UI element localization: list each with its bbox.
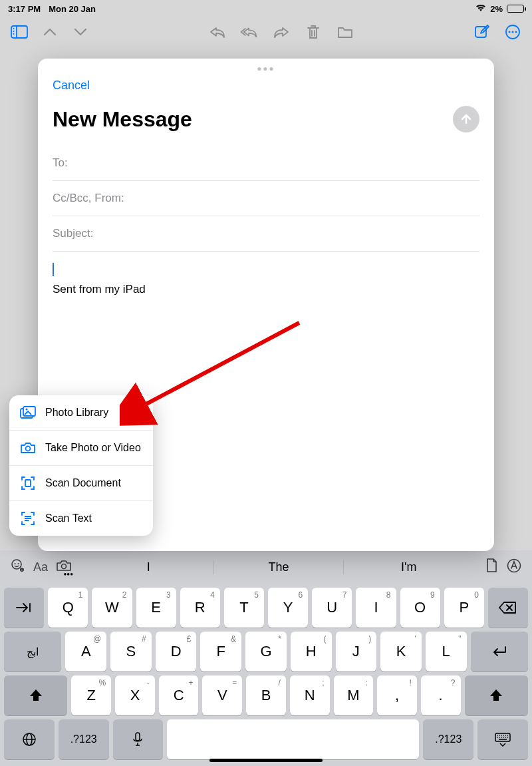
- photo-library-icon: [20, 405, 36, 421]
- popover-item-label: Scan Text: [45, 512, 92, 524]
- shift-key[interactable]: [4, 675, 67, 715]
- dictation-key[interactable]: [113, 719, 164, 759]
- svg-point-25: [62, 564, 66, 569]
- send-button[interactable]: [453, 106, 479, 132]
- compose-title: New Message: [53, 107, 192, 132]
- key-.[interactable]: ?.: [421, 675, 461, 715]
- key-t[interactable]: 5T: [224, 588, 264, 628]
- chevron-up-icon[interactable]: [41, 23, 59, 41]
- popover-scan-text[interactable]: Scan Text: [9, 500, 153, 536]
- space-key[interactable]: [167, 719, 419, 759]
- key-p[interactable]: 0P: [444, 588, 484, 628]
- key-c[interactable]: +C: [159, 675, 199, 715]
- key-k[interactable]: 'K: [380, 632, 422, 671]
- folder-icon[interactable]: [336, 23, 354, 41]
- reply-all-icon[interactable]: [241, 23, 258, 41]
- key-f[interactable]: &F: [200, 632, 241, 671]
- key-v[interactable]: =V: [202, 675, 242, 715]
- key-l[interactable]: "L: [426, 632, 467, 671]
- key-i[interactable]: 8I: [356, 588, 396, 628]
- key-n[interactable]: ;N: [290, 675, 330, 715]
- document-icon[interactable]: [485, 558, 497, 576]
- language-key-label: ابج: [27, 646, 39, 658]
- to-field[interactable]: To:: [53, 146, 479, 181]
- dismiss-keyboard-key[interactable]: [477, 719, 528, 759]
- battery-icon: [507, 5, 524, 13]
- status-date: Mon 20 Jan: [49, 4, 96, 14]
- return-key[interactable]: [471, 632, 528, 671]
- key-e[interactable]: 3E: [136, 588, 176, 628]
- key-q[interactable]: 1Q: [48, 588, 88, 628]
- markup-icon[interactable]: [507, 558, 521, 576]
- subject-field[interactable]: Subject:: [53, 216, 479, 252]
- reply-icon[interactable]: [209, 23, 226, 41]
- key-h[interactable]: (H: [291, 632, 332, 671]
- wifi-icon: [475, 4, 486, 14]
- symbols-key[interactable]: .?123: [59, 719, 109, 759]
- key-x[interactable]: -X: [115, 675, 155, 715]
- battery-pct: 2%: [490, 4, 503, 14]
- popover-photo-library[interactable]: Photo Library: [9, 395, 153, 430]
- key-w[interactable]: 2W: [92, 588, 132, 628]
- key-m[interactable]: :M: [334, 675, 374, 715]
- svg-point-13: [26, 409, 28, 411]
- svg-point-22: [18, 563, 19, 564]
- suggestion-word[interactable]: I: [84, 560, 213, 574]
- status-bar: 3:17 PM Mon 20 Jan 2%: [0, 0, 532, 17]
- popover-scan-document[interactable]: Scan Document: [9, 465, 153, 500]
- key-j[interactable]: )J: [336, 632, 377, 671]
- chevron-down-icon[interactable]: [72, 23, 89, 41]
- trash-icon[interactable]: [305, 23, 322, 41]
- svg-point-21: [15, 563, 16, 564]
- camera-attach-icon[interactable]: ●●●: [56, 559, 72, 575]
- key-g[interactable]: *G: [245, 632, 287, 671]
- svg-point-5: [13, 33, 15, 35]
- key-a[interactable]: @A: [65, 632, 106, 671]
- key-,[interactable]: !,: [377, 675, 417, 715]
- language-key[interactable]: ابج: [4, 632, 61, 671]
- suggestion-word[interactable]: The: [213, 560, 344, 574]
- to-label: To:: [53, 156, 68, 169]
- svg-point-4: [13, 31, 15, 32]
- tab-key[interactable]: [4, 588, 44, 628]
- popover-take-photo[interactable]: Take Photo or Video: [9, 430, 153, 465]
- popover-item-label: Photo Library: [45, 407, 108, 419]
- status-time: 3:17 PM: [8, 4, 41, 14]
- camera-icon: [20, 440, 36, 456]
- subject-label: Subject:: [53, 227, 93, 240]
- key-o[interactable]: 9O: [400, 588, 440, 628]
- svg-point-20: [12, 560, 21, 569]
- text-format-icon[interactable]: Aa: [33, 560, 48, 574]
- sidebar-toggle-icon[interactable]: [11, 23, 28, 41]
- key-z[interactable]: %Z: [71, 675, 111, 715]
- key-u[interactable]: 7U: [312, 588, 352, 628]
- cc-bcc-field[interactable]: Cc/Bcc, From:: [53, 181, 479, 216]
- forward-icon[interactable]: [273, 23, 290, 41]
- shift-key-right[interactable]: [465, 675, 528, 715]
- symbols-key-label: .?123: [435, 733, 462, 745]
- key-b[interactable]: /B: [246, 675, 286, 715]
- compose-icon[interactable]: [473, 23, 491, 41]
- symbols-key-label: .?123: [70, 733, 97, 745]
- scan-text-icon: [20, 510, 36, 526]
- mail-toolbar: [0, 17, 532, 47]
- cancel-button[interactable]: Cancel: [53, 79, 90, 93]
- svg-rect-2: [11, 26, 17, 38]
- key-r[interactable]: 4R: [180, 588, 220, 628]
- key-y[interactable]: 6Y: [268, 588, 308, 628]
- symbols-key-right[interactable]: .?123: [423, 719, 473, 759]
- popover-item-label: Take Photo or Video: [45, 442, 141, 454]
- more-icon[interactable]: [504, 23, 521, 41]
- suggestion-word[interactable]: I'm: [343, 560, 473, 574]
- svg-rect-30: [136, 733, 140, 741]
- globe-key[interactable]: [4, 719, 55, 759]
- svg-point-14: [26, 447, 31, 451]
- backspace-key[interactable]: [488, 588, 528, 628]
- key-d[interactable]: £D: [156, 632, 197, 671]
- signature-text: Sent from my iPad: [53, 283, 479, 296]
- popover-item-label: Scan Document: [45, 477, 121, 489]
- emoji-search-icon[interactable]: +: [11, 558, 25, 576]
- modal-grabber[interactable]: ●●●: [38, 59, 494, 73]
- home-indicator[interactable]: [209, 759, 323, 762]
- key-s[interactable]: #S: [110, 632, 152, 671]
